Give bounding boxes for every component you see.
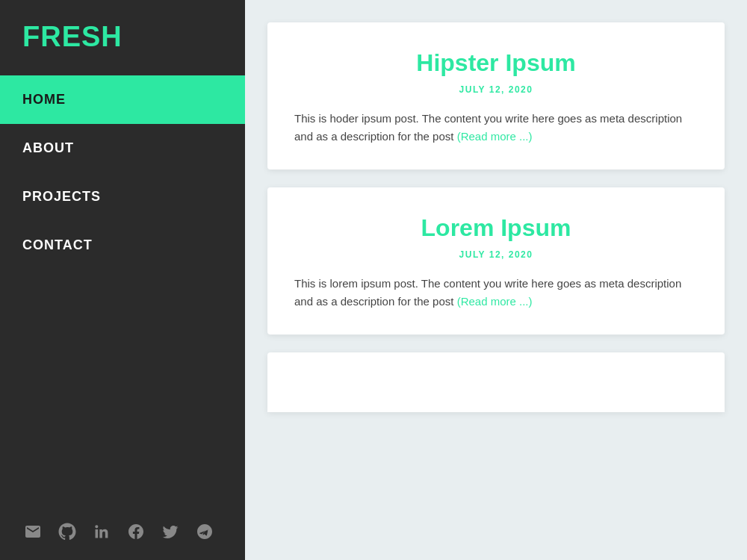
sidebar-logo: FRESH xyxy=(0,0,245,75)
sidebar-item-home[interactable]: HOME xyxy=(0,75,245,124)
post-title-1: Hipster Ipsum xyxy=(294,49,698,77)
post-date-1: JULY 12, 2020 xyxy=(294,84,698,95)
post-title-2: Lorem Ipsum xyxy=(294,214,698,242)
post-excerpt-2: This is lorem ipsum post. The content yo… xyxy=(294,275,698,311)
post-card-1: Hipster Ipsum JULY 12, 2020 This is hode… xyxy=(267,22,725,169)
sidebar-item-about[interactable]: ABOUT xyxy=(0,124,245,172)
post-excerpt-1: This is hoder ipsum post. The content yo… xyxy=(294,110,698,146)
twitter-icon[interactable] xyxy=(160,521,181,542)
main-content: Hipster Ipsum JULY 12, 2020 This is hode… xyxy=(245,0,747,560)
read-more-link-2[interactable]: (Read more ...) xyxy=(457,295,533,308)
read-more-link-1[interactable]: (Read more ...) xyxy=(457,130,533,143)
facebook-icon[interactable] xyxy=(125,521,146,542)
post-date-2: JULY 12, 2020 xyxy=(294,249,698,260)
social-icons-bar xyxy=(0,503,245,560)
nav-menu: HOME ABOUT PROJECTS CONTACT xyxy=(0,75,245,503)
post-card-2: Lorem Ipsum JULY 12, 2020 This is lorem … xyxy=(267,187,725,335)
email-icon[interactable] xyxy=(22,521,43,542)
post-card-partial xyxy=(267,352,725,412)
linkedin-icon[interactable] xyxy=(91,521,112,542)
logo-text: FRESH xyxy=(22,21,123,52)
sidebar-item-projects[interactable]: PROJECTS xyxy=(0,172,245,221)
github-icon[interactable] xyxy=(57,521,78,542)
telegram-icon[interactable] xyxy=(194,521,215,542)
sidebar-item-contact[interactable]: CONTACT xyxy=(0,221,245,270)
sidebar: FRESH HOME ABOUT PROJECTS CONTACT xyxy=(0,0,245,560)
